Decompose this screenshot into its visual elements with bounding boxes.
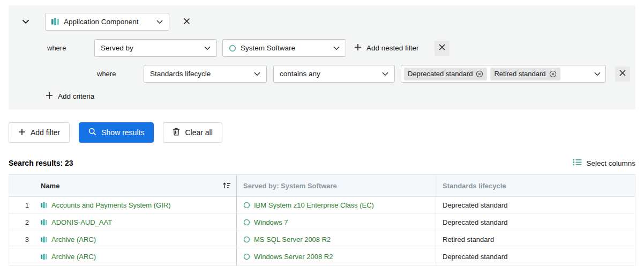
- servedby-link-label: MS SQL Server 2008 R2: [254, 235, 331, 244]
- header-standards-lifecycle[interactable]: Standards lifecycle: [436, 175, 635, 196]
- results-bar: Search results: 23 Select columns: [9, 159, 635, 167]
- table-row[interactable]: 2 ADONIS-AUD_AAT Windows 7: [9, 214, 635, 231]
- add-criteria-button[interactable]: Add criteria: [46, 92, 94, 101]
- select-columns-button[interactable]: Select columns: [573, 159, 635, 167]
- add-nested-filter-button[interactable]: Add nested filter: [354, 43, 419, 53]
- remove-type-filter-button[interactable]: [180, 16, 193, 28]
- header-name-label: Name: [41, 182, 59, 190]
- lifecycle-value: Deprecated standard: [443, 218, 507, 226]
- criteria-field-select[interactable]: Standards lifecycle: [144, 65, 267, 83]
- object-type-value: Application Component: [64, 18, 151, 26]
- sort-ascending-icon[interactable]: [221, 182, 232, 189]
- table-row[interactable]: Archive (ARC) Windows Server 2008 R2 Dep…: [9, 248, 635, 266]
- application-component-icon: [41, 202, 48, 208]
- plus-icon: [46, 92, 53, 101]
- header-row-number: [9, 175, 35, 196]
- lifecycle-value: Retired standard: [443, 235, 494, 244]
- header-served-by[interactable]: Served by: System Software: [236, 175, 436, 196]
- relation-target-select[interactable]: System Software: [222, 39, 346, 57]
- collapse-filter-button[interactable]: [19, 16, 32, 28]
- servedby-link-label: IBM System z10 Enterprise Class (EC): [254, 201, 374, 209]
- columns-list-icon: [573, 159, 582, 167]
- close-icon: [619, 70, 626, 78]
- table-row[interactable]: 1 Accounts and Payments System (GIR) IBM: [9, 197, 635, 214]
- name-link[interactable]: Accounts and Payments System (GIR): [41, 201, 171, 209]
- name-link-label: Accounts and Payments System (GIR): [51, 201, 171, 209]
- system-software-icon: [243, 219, 250, 226]
- add-nested-filter-label: Add nested filter: [366, 44, 419, 52]
- filter-type-row: Application Component: [9, 13, 635, 31]
- add-filter-label: Add filter: [31, 128, 60, 137]
- chip-label: Deprecated standard: [408, 70, 473, 78]
- servedby-link-label: Windows Server 2008 R2: [254, 253, 333, 261]
- chevron-down-icon: [382, 70, 388, 78]
- filter-panel: Application Component where Served by Sy…: [9, 5, 635, 109]
- criteria-operator-select[interactable]: contains any: [273, 65, 395, 83]
- criteria-operator-value: contains any: [280, 70, 377, 78]
- results-table-body: 1 Accounts and Payments System (GIR) IBM: [9, 197, 635, 266]
- name-link-label: Archive (ARC): [51, 235, 96, 244]
- chevron-down-icon: [254, 70, 260, 78]
- where-label: where: [97, 70, 118, 78]
- selected-value-chip[interactable]: Retired standard: [490, 68, 560, 80]
- row-number: [9, 248, 35, 265]
- show-results-button[interactable]: Show results: [79, 122, 154, 143]
- selected-value-chip[interactable]: Deprecated standard: [404, 68, 487, 80]
- chevron-down-icon: [22, 18, 29, 26]
- actions-toolbar: Add filter Show results Clear all: [9, 122, 635, 143]
- system-software-icon: [243, 202, 250, 209]
- name-link-label: ADONIS-AUD_AAT: [51, 218, 112, 226]
- application-component-icon: [41, 237, 48, 242]
- chip-remove-icon[interactable]: [476, 70, 483, 78]
- row-number: 3: [9, 231, 35, 248]
- served-by-link[interactable]: Windows 7: [243, 218, 288, 226]
- row-number: 1: [9, 197, 35, 213]
- table-row[interactable]: 3 Archive (ARC) MS SQL Server 2008 R2: [9, 231, 635, 248]
- name-link[interactable]: ADONIS-AUD_AAT: [41, 218, 112, 226]
- served-by-link[interactable]: MS SQL Server 2008 R2: [243, 235, 331, 244]
- header-name[interactable]: Name: [35, 175, 236, 196]
- chevron-down-icon: [204, 44, 211, 52]
- name-link-label: Archive (ARC): [51, 253, 96, 261]
- plus-icon: [354, 43, 362, 53]
- application-component-icon: [41, 254, 48, 260]
- chevron-down-icon: [156, 18, 163, 26]
- trash-icon: [173, 128, 180, 137]
- name-link[interactable]: Archive (ARC): [41, 235, 96, 244]
- results-table: Name Served by: System Software Standard…: [9, 174, 635, 266]
- header-served-by-label: Served by: System Software: [243, 182, 337, 190]
- table-header-row: Name Served by: System Software Standard…: [9, 175, 635, 197]
- add-filter-button[interactable]: Add filter: [9, 122, 70, 143]
- served-by-link[interactable]: IBM System z10 Enterprise Class (EC): [243, 201, 374, 209]
- clear-all-button[interactable]: Clear all: [163, 122, 222, 143]
- chips-list: Deprecated standard Retired standard: [404, 68, 594, 80]
- criteria-field-value: Standards lifecycle: [150, 70, 249, 78]
- served-by-link[interactable]: Windows Server 2008 R2: [243, 253, 333, 261]
- close-icon: [183, 18, 190, 26]
- chip-remove-icon[interactable]: [549, 70, 557, 78]
- name-link[interactable]: Archive (ARC): [41, 253, 96, 261]
- chevron-down-icon: [594, 70, 601, 78]
- header-standards-lifecycle-label: Standards lifecycle: [443, 182, 506, 190]
- criteria-values-multiselect[interactable]: Deprecated standard Retired standard: [401, 65, 606, 83]
- system-software-icon: [229, 45, 236, 52]
- add-criteria-row: Add criteria: [9, 92, 635, 101]
- clear-all-label: Clear all: [185, 128, 212, 137]
- relation-target-value: System Software: [241, 44, 328, 52]
- select-columns-label: Select columns: [586, 159, 635, 167]
- row-number: 2: [9, 214, 35, 231]
- chevron-down-icon: [333, 44, 340, 52]
- chip-label: Retired standard: [494, 70, 545, 78]
- object-type-select[interactable]: Application Component: [45, 13, 169, 31]
- where-label: where: [47, 44, 69, 52]
- add-criteria-label: Add criteria: [58, 92, 94, 100]
- remove-criteria-button[interactable]: [615, 67, 630, 82]
- servedby-link-label: Windows 7: [254, 218, 288, 226]
- relation-filter-row: where Served by System Software Add nest…: [9, 39, 635, 57]
- application-component-icon: [41, 219, 48, 225]
- relation-field-select[interactable]: Served by: [94, 39, 217, 57]
- results-summary: Search results: 23: [9, 159, 73, 167]
- remove-nested-filter-button[interactable]: [435, 41, 450, 56]
- system-software-icon: [243, 236, 250, 243]
- search-icon: [88, 128, 96, 137]
